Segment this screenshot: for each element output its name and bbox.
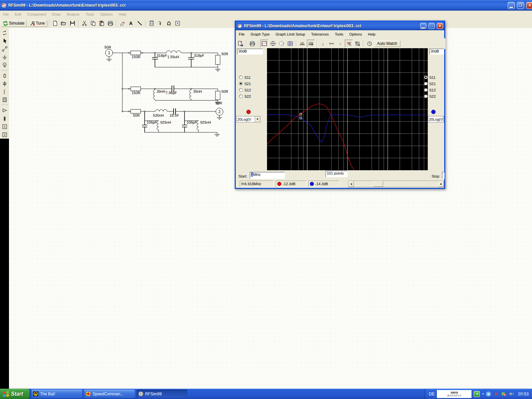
close-button[interactable]: ✕: [526, 2, 532, 9]
text-tool-icon[interactable]: A: [127, 19, 135, 27]
print-graph-icon[interactable]: [248, 40, 256, 48]
smith-chart-icon[interactable]: [278, 40, 286, 48]
gmenu-help[interactable]: Help: [365, 31, 378, 37]
print-icon[interactable]: [106, 19, 114, 27]
tool-port-icon[interactable]: 1: [1, 62, 9, 69]
linear-scale-icon[interactable]: Lin: [298, 40, 306, 48]
tool-inductor-icon[interactable]: [1, 88, 9, 95]
task-speedcommander[interactable]: SpeedComman...: [84, 390, 135, 398]
right-format-combo[interactable]: 20Log(V▼: [428, 116, 444, 122]
port2-ground: [217, 115, 222, 119]
left-radio-s21[interactable]: S21: [239, 80, 251, 87]
right-radio-s21[interactable]: S21: [424, 80, 436, 87]
query-cursor-icon[interactable]: ?{: [345, 40, 353, 48]
menu-edit[interactable]: Edit: [12, 11, 24, 17]
start-frequency-input[interactable]: 1MHz: [250, 172, 285, 179]
menu-options[interactable]: Options: [97, 11, 116, 17]
table-view-icon[interactable]: [286, 40, 294, 48]
tank2-cap-label: 106pF: [187, 120, 197, 124]
task-the-bat[interactable]: The Bat!: [32, 390, 82, 398]
stop-frequency-input[interactable]: [442, 172, 445, 179]
calculator-icon[interactable]: [148, 19, 156, 27]
cut-icon[interactable]: [80, 19, 88, 27]
scale-fit-icon[interactable]: >-<: [328, 40, 335, 48]
cursor-scrollbar[interactable]: ◄ ►: [348, 181, 444, 187]
tool-resistor-icon[interactable]: [1, 72, 9, 79]
export-icon[interactable]: [236, 40, 244, 48]
left-format-combo[interactable]: 20Log(V▼: [236, 116, 260, 122]
points-field[interactable]: 101 points: [326, 171, 347, 177]
menu-help[interactable]: Help: [116, 11, 129, 17]
tool-capacitor-icon[interactable]: [1, 80, 9, 87]
copy-icon[interactable]: [89, 19, 97, 27]
scale-up-icon[interactable]: ↑: [336, 40, 344, 48]
save-icon[interactable]: [68, 19, 76, 27]
graph-close-button[interactable]: ✕: [437, 23, 443, 29]
left-radio-s11[interactable]: S11: [239, 74, 251, 80]
coupler-tool-icon[interactable]: [156, 19, 164, 27]
right-top-scale-field[interactable]: 30dB: [429, 49, 444, 55]
left-radio-s22[interactable]: S22: [239, 93, 251, 99]
tool-ground-icon[interactable]: [1, 54, 9, 61]
right-radio-s11[interactable]: S11: [424, 74, 436, 80]
menu-analyse[interactable]: Analyse: [64, 11, 82, 17]
search-go-icon[interactable]: ➜: [474, 391, 480, 397]
auto-match-button[interactable]: Auto Match: [374, 40, 400, 47]
volume-tray-icon[interactable]: [509, 391, 514, 397]
tolerance-dice-icon[interactable]: [353, 40, 361, 48]
gmenu-options[interactable]: Options: [346, 31, 365, 37]
status-error-tray-icon[interactable]: [501, 391, 506, 397]
right-radio-s22[interactable]: S22: [424, 93, 436, 99]
tray-expand-caret-icon[interactable]: ▾: [482, 392, 483, 395]
graph-titlebar[interactable]: RFSim99 - L:\Downloads\Amateurfunk\Entwu…: [236, 22, 444, 30]
tool-wire-icon[interactable]: [1, 45, 9, 53]
paste-icon[interactable]: [98, 19, 106, 27]
nero-search-bar[interactable]: nero @SEARCH: [437, 390, 471, 398]
gmenu-tolerances[interactable]: Tolerances: [308, 31, 332, 37]
hide-icons-chevron-icon[interactable]: ◂: [486, 391, 491, 397]
language-indicator[interactable]: DE: [429, 391, 435, 396]
scroll-left-icon[interactable]: ◄: [348, 181, 354, 187]
menu-tools[interactable]: Tools: [82, 11, 97, 17]
tool-transformer-icon[interactable]: [1, 115, 9, 122]
minimize-button[interactable]: ▬: [508, 2, 515, 9]
menu-component[interactable]: Component: [24, 11, 49, 17]
gmenu-file[interactable]: File: [236, 31, 248, 37]
tool-port2-icon[interactable]: 2: [1, 131, 9, 138]
options-box-icon[interactable]: [174, 19, 182, 27]
task-rfsim99[interactable]: RFSim99: [137, 390, 187, 398]
sparameter-plot[interactable]: [267, 48, 428, 170]
impedance-tool-icon[interactable]: [165, 19, 173, 27]
graph-maximize-button[interactable]: □: [429, 23, 435, 29]
log-scale-icon[interactable]: Log: [307, 40, 315, 48]
graph-minimize-button[interactable]: ▬: [420, 23, 426, 29]
scrollbar-thumb[interactable]: [373, 181, 383, 187]
new-file-icon[interactable]: [51, 19, 59, 27]
left-top-scale-field[interactable]: 30dB: [237, 49, 263, 55]
tool-attenuator-icon[interactable]: [1, 96, 9, 103]
kaspersky-tray-icon[interactable]: K: [493, 391, 499, 397]
start-button[interactable]: Start: [0, 389, 30, 399]
simulate-button[interactable]: Simulate: [1, 20, 27, 27]
line-tool-icon[interactable]: [136, 19, 144, 27]
right-radio-s12[interactable]: S12: [424, 87, 436, 93]
erase-icon[interactable]: [118, 19, 126, 27]
scale-down-icon[interactable]: ↓: [319, 40, 327, 48]
auto-match-clock-icon[interactable]: [365, 40, 373, 48]
rect-graph-icon[interactable]: [260, 40, 268, 48]
tool-rotate-icon[interactable]: [1, 29, 9, 37]
scroll-right-icon[interactable]: ►: [439, 181, 444, 187]
gmenu-tools[interactable]: Tools: [332, 31, 346, 37]
tool-port1-icon[interactable]: 1: [1, 123, 9, 130]
tune-button[interactable]: Tune: [28, 20, 47, 27]
tool-select-icon[interactable]: [1, 37, 9, 45]
left-radio-s12[interactable]: S12: [239, 87, 251, 93]
menu-file[interactable]: File: [0, 11, 12, 17]
tool-amplifier-icon[interactable]: [1, 107, 9, 114]
gmenu-graph-type[interactable]: Graph Type: [248, 31, 273, 37]
open-file-icon[interactable]: [60, 19, 68, 27]
gmenu-graph-limit-setup[interactable]: Graph Limit Setup: [273, 31, 308, 37]
menu-draw[interactable]: Draw: [49, 11, 64, 17]
polar-chart-icon[interactable]: [269, 40, 277, 48]
restore-button[interactable]: ❐: [517, 2, 524, 9]
